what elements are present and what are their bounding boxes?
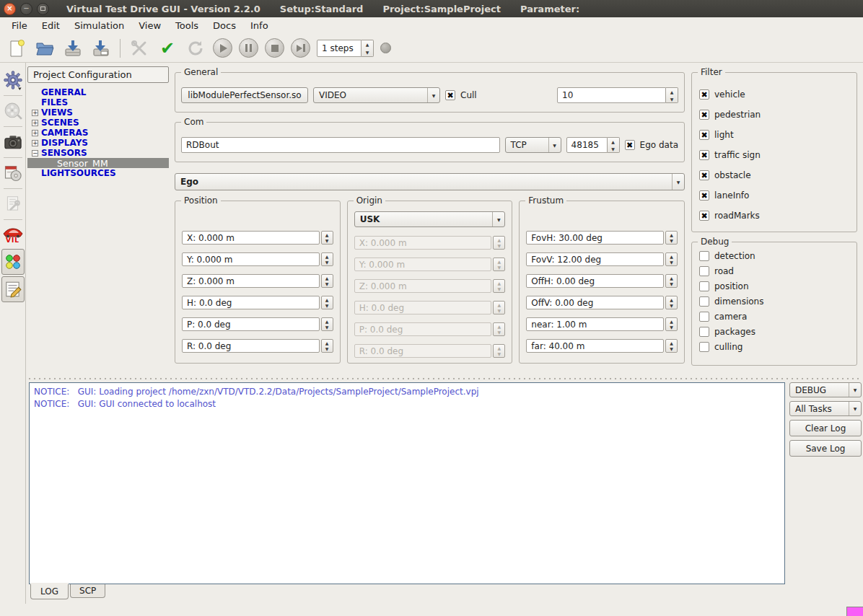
- spin-down-icon[interactable]: ▼: [666, 346, 677, 353]
- position-r-spinbox[interactable]: R: 0.0 deg▲▼: [182, 339, 333, 353]
- validate-button[interactable]: ✔: [157, 38, 178, 59]
- spin-down-icon[interactable]: ▼: [666, 260, 677, 266]
- spin-up-icon[interactable]: ▲: [322, 340, 333, 346]
- checkbox-checked-icon[interactable]: ✖: [699, 89, 709, 100]
- debug-item-culling[interactable]: culling: [699, 339, 849, 354]
- menu-simulation[interactable]: Simulation: [67, 18, 131, 33]
- origin-select[interactable]: USK ▼: [354, 211, 506, 227]
- expand-icon[interactable]: +: [32, 130, 38, 136]
- filter-item-pedestrian[interactable]: ✖pedestrian: [699, 105, 849, 125]
- spin-field[interactable]: OffV: 0.00 deg: [526, 296, 664, 309]
- package-cd-button[interactable]: [1, 161, 25, 185]
- spin-field[interactable]: OffH: 0.00 deg: [526, 274, 664, 288]
- spin-buttons[interactable]: ▲▼: [665, 317, 678, 331]
- spin-field[interactable]: FovV: 12.00 deg: [526, 252, 664, 266]
- spin-up-icon[interactable]: ▲: [666, 340, 677, 346]
- filter-item-traffic-sign[interactable]: ✖traffic sign: [699, 145, 849, 165]
- spin-up-icon[interactable]: ▲: [608, 138, 619, 145]
- spin-up-icon[interactable]: ▲: [322, 275, 333, 281]
- debug-item-dimensions[interactable]: dimensions: [699, 294, 849, 309]
- save-as-button[interactable]: [90, 38, 112, 59]
- size-grip[interactable]: [846, 607, 863, 616]
- expand-icon[interactable]: +: [32, 120, 38, 126]
- spin-up-icon[interactable]: ▲: [666, 318, 677, 325]
- checkbox-checked-icon[interactable]: ✖: [699, 150, 709, 160]
- checkbox-checked-icon[interactable]: ✖: [699, 110, 709, 120]
- tab-log[interactable]: LOG: [30, 584, 69, 599]
- tree-item-sensor-mm[interactable]: Sensor_MM: [27, 158, 169, 168]
- frustum-far-spinbox[interactable]: far: 40.00 m▲▼: [526, 339, 678, 353]
- spin-field[interactable]: Y: 0.000 m: [182, 252, 320, 266]
- spin-up-icon[interactable]: ▲: [666, 253, 677, 260]
- menu-file[interactable]: File: [4, 18, 35, 33]
- checkbox-unchecked-icon[interactable]: [699, 342, 709, 352]
- spin-buttons[interactable]: ▲▼: [321, 274, 333, 288]
- frustum-offv-spinbox[interactable]: OffV: 0.00 deg▲▼: [526, 296, 678, 309]
- checkbox-unchecked-icon[interactable]: [699, 296, 709, 307]
- steps-value[interactable]: 1 steps: [317, 40, 362, 57]
- position-h-spinbox[interactable]: H: 0.0 deg▲▼: [182, 296, 333, 309]
- vertical-splitter[interactable]: [169, 66, 175, 374]
- spin-down-icon[interactable]: ▼: [322, 303, 333, 309]
- vil-car-button[interactable]: VIL: [1, 223, 25, 247]
- spin-up-icon[interactable]: ▲: [322, 296, 333, 303]
- position-y-spinbox[interactable]: Y: 0.000 m▲▼: [182, 252, 333, 266]
- tree-item-files[interactable]: FILES: [27, 97, 169, 107]
- menu-docs[interactable]: Docs: [206, 18, 243, 33]
- new-file-button[interactable]: [6, 38, 27, 59]
- mode-select[interactable]: VIDEO ▼: [313, 87, 440, 103]
- menu-view[interactable]: View: [131, 18, 168, 33]
- camera-button[interactable]: [1, 130, 25, 154]
- spin-buttons[interactable]: ▲▼: [321, 317, 333, 331]
- tree-item-views[interactable]: +VIEWS: [27, 107, 169, 118]
- spin-buttons[interactable]: ▲▼: [321, 296, 333, 309]
- checkbox-unchecked-icon[interactable]: [699, 266, 709, 276]
- maximize-button[interactable]: [37, 3, 49, 15]
- checkbox-unchecked-icon[interactable]: [699, 281, 709, 291]
- film-reel-button[interactable]: [1, 99, 25, 123]
- log-tasks-select[interactable]: All Tasks ▼: [789, 401, 862, 416]
- checkbox-checked-icon[interactable]: ✖: [699, 190, 709, 201]
- steps-spin-buttons[interactable]: ▲▼: [362, 40, 374, 57]
- step-forward-button[interactable]: [291, 38, 310, 58]
- spin-down-icon[interactable]: ▼: [608, 145, 619, 152]
- spin-field[interactable]: FovH: 30.00 deg: [526, 231, 664, 245]
- spin-field[interactable]: far: 40.00 m: [526, 339, 664, 353]
- port-spinbox[interactable]: 48185 ▲▼: [566, 137, 620, 153]
- count-spinbox[interactable]: 10 ▲▼: [557, 87, 678, 103]
- spin-buttons[interactable]: ▲▼: [665, 274, 678, 288]
- spin-buttons[interactable]: ▲▼: [665, 339, 678, 353]
- config-wrench-button[interactable]: [1, 192, 25, 216]
- spin-up-icon[interactable]: ▲: [322, 232, 333, 238]
- open-project-button[interactable]: [34, 38, 56, 59]
- filter-item-light[interactable]: ✖light: [699, 125, 849, 145]
- spin-down-icon[interactable]: ▼: [666, 303, 677, 309]
- settings-gear-button[interactable]: [1, 68, 25, 92]
- cull-checkbox[interactable]: ✖ Cull: [445, 90, 477, 100]
- menu-tools[interactable]: Tools: [168, 18, 206, 33]
- spin-buttons[interactable]: ▲▼: [321, 339, 333, 353]
- spin-buttons[interactable]: ▲▼: [665, 252, 678, 266]
- collapse-icon[interactable]: −: [32, 150, 38, 157]
- protocol-select[interactable]: TCP ▼: [505, 137, 561, 153]
- checkbox-checked-icon[interactable]: ✖: [699, 130, 709, 140]
- spin-down-icon[interactable]: ▼: [322, 281, 333, 288]
- stop-button[interactable]: [265, 38, 284, 58]
- checkbox-unchecked-icon[interactable]: [699, 312, 709, 322]
- log-level-select[interactable]: DEBUG ▼: [789, 382, 862, 397]
- horizontal-splitter[interactable]: [26, 374, 863, 382]
- save-log-button[interactable]: Save Log: [789, 440, 862, 457]
- checkbox-unchecked-icon[interactable]: [699, 251, 709, 261]
- tree-item-lightsources[interactable]: LIGHTSOURCES: [27, 168, 169, 178]
- spin-up-icon[interactable]: ▲: [322, 253, 333, 260]
- spin-down-icon[interactable]: ▼: [362, 48, 373, 56]
- debug-item-packages[interactable]: packages: [699, 324, 849, 339]
- channel-input[interactable]: RDBout: [181, 137, 500, 153]
- spin-down-icon[interactable]: ▼: [666, 238, 677, 245]
- spin-down-icon[interactable]: ▼: [666, 281, 677, 288]
- expand-icon[interactable]: +: [32, 110, 38, 116]
- menu-info[interactable]: Info: [243, 18, 276, 33]
- tree-item-cameras[interactable]: +CAMERAS: [27, 128, 169, 138]
- spin-field[interactable]: Z: 0.000 m: [182, 274, 320, 288]
- spin-buttons[interactable]: ▲▼: [665, 296, 678, 309]
